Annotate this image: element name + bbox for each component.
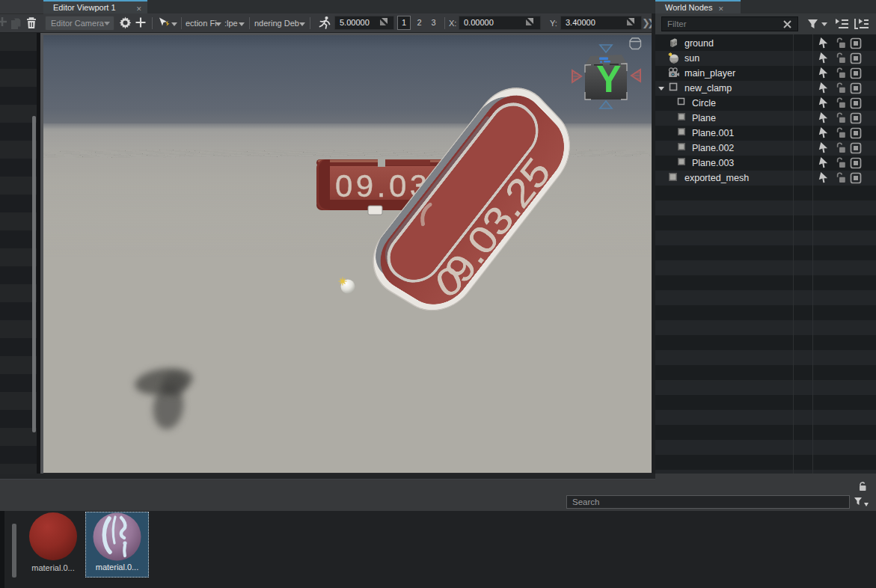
svg-text:Y: Y: [596, 58, 621, 100]
